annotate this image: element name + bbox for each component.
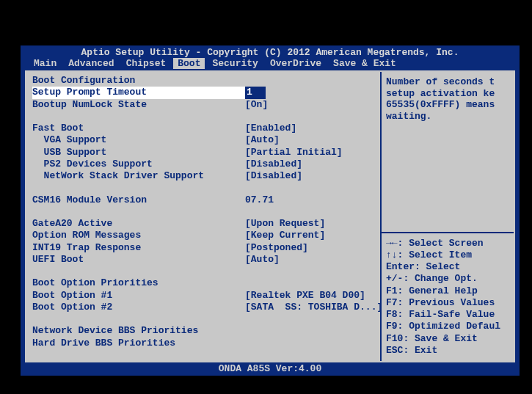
menu-bar: Main Advanced Chipset Boot Security Over… xyxy=(21,58,520,69)
help-line: setup activation ke xyxy=(386,88,509,100)
key-help: →←: Select Screen ↑↓: Select Item Enter:… xyxy=(382,232,514,362)
blank-row xyxy=(32,182,374,194)
item-value: [Enabled] xyxy=(245,123,374,134)
item-value: [Partial Initial] xyxy=(245,147,374,158)
item-value: 1 xyxy=(245,87,374,98)
keyhelp-f1: F1: General Help xyxy=(386,285,509,297)
item-usb-support[interactable]: USB Support [Partial Initial] xyxy=(32,147,374,158)
section-boot-configuration: Boot Configuration xyxy=(32,75,374,87)
item-value: [Realtek PXE B04 D00] xyxy=(245,290,374,302)
tab-main[interactable]: Main xyxy=(29,58,61,69)
keyhelp-esc: ESC: Exit xyxy=(386,345,509,357)
bios-screen: Aptio Setup Utility - Copyright (C) 2012… xyxy=(21,45,520,376)
tab-advanced[interactable]: Advanced xyxy=(64,58,118,69)
settings-pane: Boot Configuration Setup Prompt Timeout … xyxy=(26,72,380,361)
help-pane: Number of seconds t setup activation ke … xyxy=(380,72,514,361)
keyhelp-change-opt: +/-: Change Opt. xyxy=(386,273,509,285)
item-label: GateA20 Active xyxy=(32,218,245,230)
blank-row xyxy=(32,313,374,325)
help-line: waiting. xyxy=(386,111,509,123)
item-boot-option-1[interactable]: Boot Option #1 [Realtek PXE B04 D00] xyxy=(32,290,374,302)
help-line: 65535(0xFFFF) means xyxy=(386,99,509,111)
item-label: Option ROM Messages xyxy=(32,230,245,241)
item-label: Boot Option #2 xyxy=(32,302,245,313)
tab-security[interactable]: Security xyxy=(208,58,262,69)
keyhelp-f8: F8: Fail-Safe Value xyxy=(386,309,509,321)
tab-overdrive[interactable]: OverDrive xyxy=(266,58,326,69)
blank-row xyxy=(32,266,374,277)
section-boot-priorities: Boot Option Priorities xyxy=(32,277,374,289)
item-setup-prompt-timeout[interactable]: Setup Prompt Timeout 1 xyxy=(32,87,374,98)
keyhelp-f9: F9: Optimized Defaul xyxy=(386,321,509,332)
item-network-bbs[interactable]: Network Device BBS Priorities xyxy=(32,325,374,337)
item-label: Setup Prompt Timeout xyxy=(32,87,245,98)
item-bootup-numlock[interactable]: Bootup NumLock State [On] xyxy=(32,99,374,111)
item-option-rom[interactable]: Option ROM Messages [Keep Current] xyxy=(32,230,374,241)
keyhelp-select-item: ↑↓: Select Item xyxy=(386,249,509,261)
item-label: INT19 Trap Response xyxy=(32,242,245,254)
item-ps2-support[interactable]: PS2 Devices Support [Disabled] xyxy=(32,158,374,170)
item-vga-support[interactable]: VGA Support [Auto] xyxy=(32,134,374,146)
item-label: Fast Boot xyxy=(32,123,245,134)
item-label: NetWork Stack Driver Support xyxy=(32,170,245,182)
item-hdd-bbs[interactable]: Hard Drive BBS Priorities xyxy=(32,338,374,349)
item-value: [On] xyxy=(245,99,374,111)
selected-value: 1 xyxy=(245,87,266,98)
footer-version: ONDA A85S Ver:4.00 xyxy=(21,362,520,376)
item-gatea20[interactable]: GateA20 Active [Upon Request] xyxy=(32,218,374,230)
item-label: CSM16 Module Version xyxy=(32,194,245,206)
item-value: [Auto] xyxy=(245,254,374,266)
tab-boot[interactable]: Boot xyxy=(173,58,205,69)
item-fast-boot[interactable]: Fast Boot [Enabled] xyxy=(32,123,374,134)
title-bar: Aptio Setup Utility - Copyright (C) 2012… xyxy=(21,45,520,58)
item-label: Boot Option #1 xyxy=(32,290,245,302)
item-value: [Postponed] xyxy=(245,242,374,254)
blank-row xyxy=(32,206,374,218)
keyhelp-f10: F10: Save & Exit xyxy=(386,333,509,345)
item-label: PS2 Devices Support xyxy=(32,158,245,170)
item-value: 07.71 xyxy=(245,194,374,206)
item-value: [Disabled] xyxy=(245,158,374,170)
section-label: Boot Option Priorities xyxy=(32,277,245,289)
item-label: Network Device BBS Priorities xyxy=(32,325,245,337)
section-label: Boot Configuration xyxy=(32,75,245,87)
tab-chipset[interactable]: Chipset xyxy=(122,58,171,69)
item-label: USB Support xyxy=(32,147,245,158)
item-label: Bootup NumLock State xyxy=(32,99,245,111)
body: Boot Configuration Setup Prompt Timeout … xyxy=(25,70,515,362)
item-value: [Keep Current] xyxy=(245,230,374,241)
item-int19[interactable]: INT19 Trap Response [Postponed] xyxy=(32,242,374,254)
help-description: Number of seconds t setup activation ke … xyxy=(382,72,514,232)
item-csm16-version: CSM16 Module Version 07.71 xyxy=(32,194,374,206)
blank-row xyxy=(32,111,374,123)
item-label: UEFI Boot xyxy=(32,254,245,266)
help-line: Number of seconds t xyxy=(386,76,509,88)
item-boot-option-2[interactable]: Boot Option #2 [SATA SS: TOSHIBA D...] xyxy=(32,302,374,313)
keyhelp-f7: F7: Previous Values xyxy=(386,297,509,309)
item-value: [SATA SS: TOSHIBA D...] xyxy=(245,302,380,313)
keyhelp-enter: Enter: Select xyxy=(386,261,509,273)
item-label: Hard Drive BBS Priorities xyxy=(32,338,245,349)
item-value: [Auto] xyxy=(245,134,374,146)
item-uefi-boot[interactable]: UEFI Boot [Auto] xyxy=(32,254,374,266)
item-value: [Disabled] xyxy=(245,170,374,182)
keyhelp-select-screen: →←: Select Screen xyxy=(386,238,509,249)
item-label: VGA Support xyxy=(32,134,245,146)
item-network-stack-support[interactable]: NetWork Stack Driver Support [Disabled] xyxy=(32,170,374,182)
item-value: [Upon Request] xyxy=(245,218,374,230)
tab-save-exit[interactable]: Save & Exit xyxy=(329,58,401,69)
